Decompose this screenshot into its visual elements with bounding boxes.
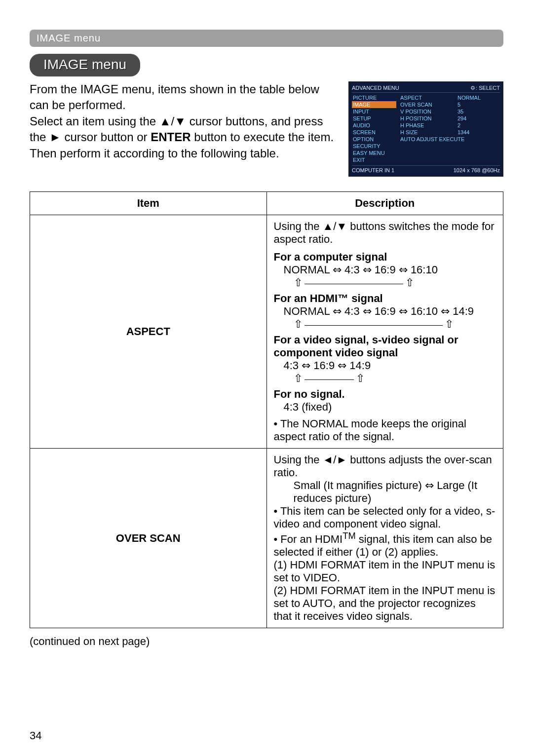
loop-arrow-icon: ⇧ [294, 318, 303, 331]
osd-left-item: PICTURE [352, 94, 396, 101]
osd-left-col: PICTURE IMAGE INPUT SETUP AUDIO SCREEN O… [352, 94, 396, 163]
cell-overscan-label: OVER SCAN [30, 449, 267, 628]
osd-left-item: SETUP [352, 115, 396, 122]
osd-mid-item: H SIZE [399, 129, 454, 136]
th-item: Item [30, 192, 267, 215]
osd-right-item: 1344 [457, 129, 500, 136]
osd-top-left: ADVANCED MENU [352, 85, 399, 91]
osd-mid-item: OVER SCAN [399, 101, 454, 108]
page-number: 34 [30, 729, 41, 742]
intro-text: From the IMAGE menu, items shown in the … [30, 81, 340, 161]
overscan-l2: Small (It magnifies picture) ⇔ Large (It… [274, 479, 496, 505]
osd-right-item: 5 [457, 101, 500, 108]
loop-arrow-icon: ⇧ [294, 276, 303, 289]
cell-aspect-label: ASPECT [30, 215, 267, 449]
aspect-v-line: 4:3 ⇔ 16:9 ⇔ 14:9 [274, 359, 496, 372]
overscan-l5: (1) HDMI FORMAT item in the INPUT menu i… [274, 559, 496, 584]
overscan-l3: • This item can be selected only for a v… [274, 505, 496, 530]
osd-mid-item: AUTO ADJUST EXECUTE [399, 136, 454, 143]
aspect-note: • The NORMAL mode keeps the original asp… [274, 417, 496, 443]
osd-mid-item: V POSITION [399, 108, 454, 115]
osd-right-item: NORMAL [457, 94, 500, 101]
osd-left-item: INPUT [352, 108, 396, 115]
osd-mid-col: ASPECT OVER SCAN V POSITION H POSITION H… [399, 94, 454, 163]
osd-right-col: NORMAL 5 35 294 2 1344 [457, 94, 500, 163]
loop-arrow-icon: ⇧ [294, 372, 303, 385]
main-table: Item Description ASPECT Using the ▲/▼ bu… [30, 191, 503, 628]
intro-p1: From the IMAGE menu, items shown in the … [30, 82, 319, 112]
osd-left-item: SCREEN [352, 129, 396, 136]
section-header-bar: IMAGE menu [30, 30, 503, 47]
osd-right-item: 294 [457, 115, 500, 122]
osd-bottom-right: 1024 x 768 @60Hz [454, 167, 500, 173]
aspect-h-line: NORMAL ⇔ 4:3 ⇔ 16:9 ⇔ 16:10 ⇔ 14:9 [274, 305, 496, 318]
loop-line [305, 325, 443, 326]
osd-left-item: SECURITY [352, 143, 396, 150]
osd-mid-item: H PHASE [399, 122, 454, 129]
osd-left-item: AUDIO [352, 122, 396, 129]
enter-bold: ENTER [151, 130, 190, 144]
section-title-pill: IMAGE menu [30, 54, 140, 76]
osd-top-right: ⯐: SELECT [470, 85, 500, 91]
osd-right-item: 35 [457, 108, 500, 115]
osd-left-item: EXIT [352, 156, 396, 163]
loop-arrow-icon: ⇧ [445, 318, 454, 331]
aspect-line1: Using the ▲/▼ buttons switches the mode … [274, 220, 496, 246]
loop-line [305, 284, 403, 284]
aspect-n-head: For no signal. [274, 388, 345, 400]
loop-line [305, 379, 354, 380]
aspect-h-head: For an HDMI™ signal [274, 292, 383, 304]
continued-note: (continued on next page) [30, 635, 503, 648]
osd-mid-item: ASPECT [399, 94, 454, 101]
aspect-c-line: NORMAL ⇔ 4:3 ⇔ 16:9 ⇔ 16:10 [274, 264, 496, 276]
tm-superscript: TM [343, 530, 355, 541]
overscan-l4a: • For an HDMI [274, 533, 343, 545]
cell-overscan-desc: Using the ◄/► buttons adjusts the over-s… [266, 449, 503, 628]
aspect-v-head: For a video signal, s-video signal or co… [274, 334, 458, 359]
overscan-l1: Using the ◄/► buttons adjusts the over-s… [274, 454, 496, 479]
osd-right-item: 2 [457, 122, 500, 129]
osd-left-item-selected: IMAGE [352, 101, 396, 108]
th-desc: Description [266, 192, 503, 215]
aspect-n-line: 4:3 (fixed) [274, 401, 496, 414]
aspect-c-head: For a computer signal [274, 251, 387, 263]
loop-arrow-icon: ⇧ [405, 276, 414, 289]
osd-mid-item: H POSITION [399, 115, 454, 122]
overscan-l4: • For an HDMITM signal, this item can al… [274, 530, 496, 559]
overscan-l6: (2) HDMI FORMAT item in the INPUT menu i… [274, 584, 496, 623]
cell-aspect-desc: Using the ▲/▼ buttons switches the mode … [266, 215, 503, 449]
osd-right-item [457, 136, 500, 137]
loop-arrow-icon: ⇧ [356, 372, 365, 385]
osd-left-item: EASY MENU [352, 150, 396, 156]
osd-bottom-left: COMPUTER IN 1 [352, 167, 394, 173]
osd-left-item: OPTION [352, 136, 396, 143]
osd-screenshot: ADVANCED MENU ⯐: SELECT PICTURE IMAGE IN… [348, 81, 503, 177]
